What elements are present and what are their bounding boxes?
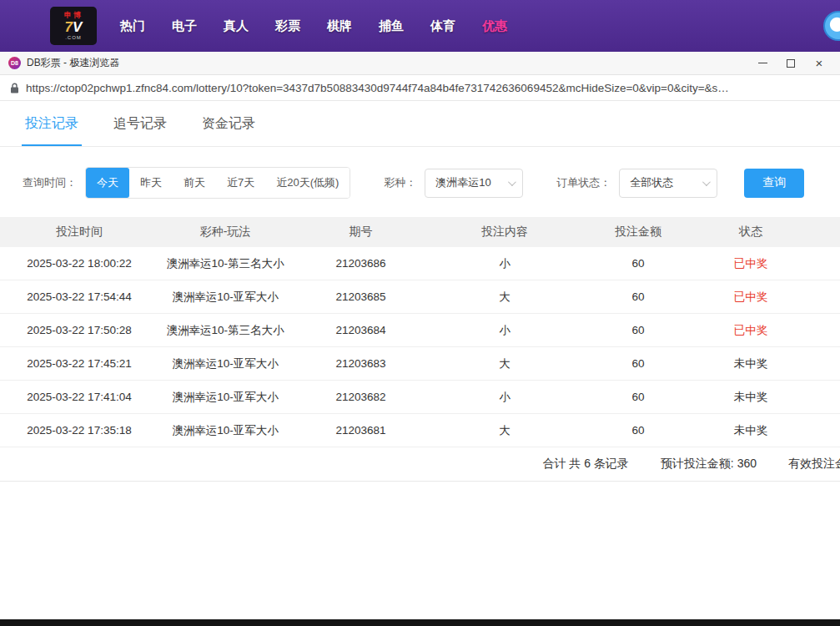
lottery-records-page: 投注记录 追号记录 资金记录 查询时间： 今天 昨天 前天 近7天 近20天(低… — [0, 101, 840, 482]
time-option-7days[interactable]: 近7天 — [216, 168, 265, 198]
bet-issue: 21203686 — [292, 257, 430, 270]
bet-time: 2025-03-22 17:35:18 — [0, 424, 158, 437]
time-option-daybefore[interactable]: 前天 — [173, 168, 216, 198]
status-badge: 未中奖 — [697, 390, 805, 405]
header-game-play: 彩种-玩法 — [158, 225, 292, 240]
header-bet-content: 投注内容 — [430, 225, 580, 240]
table-row: 2025-03-22 18:00:22 澳洲幸运10-第三名大小 2120368… — [0, 247, 840, 280]
bet-amount: 60 — [580, 424, 697, 437]
tab-fund-records[interactable]: 资金记录 — [202, 115, 255, 146]
status-badge: 未中奖 — [697, 423, 805, 438]
status-badge: 已中奖 — [697, 290, 805, 305]
logo-text-com: .COM — [65, 35, 82, 40]
chevron-down-icon — [702, 178, 711, 186]
table-row: 2025-03-22 17:35:18 澳洲幸运10-亚军大小 21203681… — [0, 414, 840, 447]
table-summary-row: 合计 共 6 条记录 预计投注金额: 360 有效投注金额 — [0, 447, 840, 482]
bet-amount: 60 — [580, 257, 697, 270]
table-row: 2025-03-22 17:41:04 澳洲幸运10-亚军大小 21203682… — [0, 381, 840, 414]
window-controls: × — [748, 53, 833, 74]
bet-game: 澳洲幸运10-亚军大小 — [158, 423, 292, 438]
browser-title-area: D8 DB彩票 - 极速浏览器 — [8, 56, 119, 70]
bet-records-table: 投注时间 彩种-玩法 期号 投注内容 投注金额 状态 2025-03-22 18… — [0, 217, 840, 482]
bet-time: 2025-03-22 17:41:04 — [0, 391, 158, 403]
logo-text-7v: 7V — [65, 20, 83, 34]
bet-issue: 21203681 — [292, 424, 430, 437]
status-badge: 已中奖 — [697, 323, 805, 338]
lottery-filter-label: 彩种： — [384, 175, 416, 190]
summary-expected-amount: 预计投注金额: 360 — [661, 457, 757, 472]
bet-content: 小 — [430, 256, 580, 271]
maximize-button[interactable] — [777, 53, 805, 74]
search-button[interactable]: 查询 — [744, 169, 804, 198]
table-row: 2025-03-22 17:54:44 澳洲幸运10-亚军大小 21203685… — [0, 280, 840, 314]
bet-amount: 60 — [580, 324, 697, 336]
header-bet-time: 投注时间 — [0, 225, 158, 240]
site-nav-items: 热门 电子 真人 彩票 棋牌 捕鱼 体育 优惠 — [120, 18, 507, 34]
nav-item-sports[interactable]: 体育 — [430, 18, 455, 34]
browser-window-title: DB彩票 - 极速浏览器 — [27, 56, 119, 70]
summary-total-records: 合计 共 6 条记录 — [542, 457, 628, 472]
time-filter-group: 今天 昨天 前天 近7天 近20天(低频) — [85, 167, 350, 199]
bet-issue: 21203682 — [292, 391, 430, 403]
bet-issue: 21203683 — [292, 357, 430, 370]
bet-content: 大 — [430, 423, 580, 438]
logo-text-cn: 申博 — [64, 12, 83, 19]
table-row: 2025-03-22 17:45:21 澳洲幸运10-亚军大小 21203683… — [0, 347, 840, 381]
nav-item-boardgames[interactable]: 棋牌 — [327, 18, 352, 34]
bet-amount: 60 — [580, 357, 697, 370]
close-button[interactable]: × — [805, 53, 833, 74]
status-badge: 已中奖 — [697, 256, 805, 271]
record-tabs: 投注记录 追号记录 资金记录 — [0, 101, 840, 147]
bet-game: 澳洲幸运10-亚军大小 — [158, 356, 292, 371]
lottery-select[interactable]: 澳洲幸运10 — [425, 169, 523, 198]
time-option-20days[interactable]: 近20天(低频) — [265, 168, 350, 198]
minimize-button[interactable] — [748, 53, 777, 74]
nav-item-promotions[interactable]: 优惠 — [482, 18, 507, 34]
status-badge: 未中奖 — [697, 356, 805, 371]
nav-item-fishing[interactable]: 捕鱼 — [379, 18, 404, 34]
bet-content: 小 — [430, 323, 580, 338]
site-logo[interactable]: 申博 7V .COM — [50, 7, 97, 45]
minimize-icon — [758, 63, 767, 63]
url-text: https://ctop02pchwp1.zfnc84.com/lottery/… — [26, 82, 830, 94]
header-issue: 期号 — [292, 225, 430, 240]
time-option-yesterday[interactable]: 昨天 — [129, 168, 173, 198]
order-status-value: 全部状态 — [630, 175, 673, 190]
header-status: 状态 — [697, 225, 805, 240]
table-row: 2025-03-22 17:50:28 澳洲幸运10-第三名大小 2120368… — [0, 314, 840, 347]
bet-game: 澳洲幸运10-亚军大小 — [158, 390, 292, 405]
tab-bet-records[interactable]: 投注记录 — [25, 115, 78, 146]
bet-issue: 21203685 — [292, 290, 430, 303]
bet-time: 2025-03-22 18:00:22 — [0, 257, 158, 270]
bet-time: 2025-03-22 17:50:28 — [0, 324, 158, 336]
bet-issue: 21203684 — [292, 324, 430, 336]
bet-time: 2025-03-22 17:45:21 — [0, 357, 158, 370]
browser-favicon-icon: D8 — [8, 57, 21, 69]
table-header-row: 投注时间 彩种-玩法 期号 投注内容 投注金额 状态 — [0, 217, 840, 247]
bet-amount: 60 — [580, 290, 697, 303]
nav-item-lottery[interactable]: 彩票 — [275, 18, 300, 34]
bet-content: 小 — [430, 390, 580, 405]
browser-titlebar: D8 DB彩票 - 极速浏览器 × — [0, 52, 840, 75]
bet-content: 大 — [430, 356, 580, 371]
time-option-today[interactable]: 今天 — [86, 168, 129, 198]
nav-item-live[interactable]: 真人 — [224, 18, 249, 34]
nav-item-electronic[interactable]: 电子 — [172, 18, 197, 34]
floating-service-widget[interactable] — [823, 11, 840, 41]
lock-icon — [10, 83, 19, 93]
taskbar-edge — [0, 619, 840, 626]
bet-game: 澳洲幸运10-第三名大小 — [158, 323, 292, 338]
order-status-select[interactable]: 全部状态 — [619, 169, 717, 198]
url-bar[interactable]: https://ctop02pchwp1.zfnc84.com/lottery/… — [0, 75, 840, 101]
time-filter-label: 查询时间： — [23, 175, 77, 190]
lottery-select-value: 澳洲幸运10 — [435, 175, 490, 190]
maximize-icon — [787, 59, 795, 68]
tab-chase-records[interactable]: 追号记录 — [113, 115, 167, 146]
bet-game: 澳洲幸运10-第三名大小 — [158, 256, 292, 271]
site-nav: 申博 7V .COM 热门 电子 真人 彩票 棋牌 捕鱼 体育 优惠 — [0, 0, 840, 52]
header-bet-amount: 投注金额 — [580, 225, 697, 240]
nav-item-hot[interactable]: 热门 — [120, 18, 145, 34]
filter-bar: 查询时间： 今天 昨天 前天 近7天 近20天(低频) 彩种： 澳洲幸运10 订… — [23, 167, 840, 199]
bet-content: 大 — [430, 290, 580, 305]
bet-amount: 60 — [580, 391, 697, 403]
